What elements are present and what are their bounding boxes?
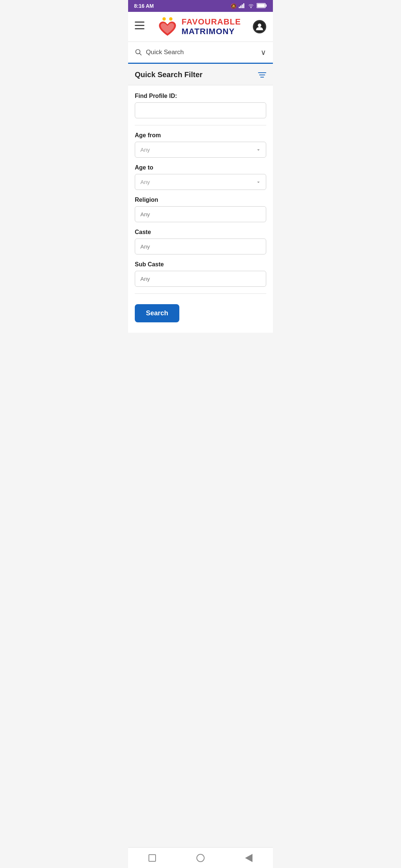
wifi-icon bbox=[248, 3, 254, 9]
status-time: 8:16 AM bbox=[134, 3, 154, 9]
logo: FAVOURABLE MATRIMONY bbox=[156, 16, 241, 38]
svg-point-11 bbox=[169, 17, 173, 21]
religion-label: Religion bbox=[135, 197, 266, 203]
sub-caste-input[interactable] bbox=[135, 271, 266, 287]
religion-group: Religion bbox=[135, 197, 266, 222]
battery-icon bbox=[257, 3, 267, 9]
mute-icon: 🔕 bbox=[231, 3, 237, 9]
profile-id-group: Find Profile ID: bbox=[135, 93, 266, 118]
filter-title: Quick Search Filter bbox=[135, 70, 202, 79]
age-to-label: Age to bbox=[135, 164, 266, 171]
profile-id-label: Find Profile ID: bbox=[135, 93, 266, 99]
filter-line-2 bbox=[259, 75, 265, 75]
signal-icon bbox=[239, 3, 245, 9]
svg-rect-9 bbox=[135, 28, 144, 29]
svg-rect-6 bbox=[266, 4, 267, 7]
chevron-down-icon: ∨ bbox=[261, 48, 266, 57]
svg-rect-0 bbox=[239, 7, 240, 8]
filter-icon[interactable] bbox=[258, 72, 266, 78]
svg-line-15 bbox=[140, 53, 141, 55]
age-to-group: Age to Any 25 30 35 40 45 50 55 60 bbox=[135, 164, 266, 190]
svg-point-13 bbox=[258, 24, 261, 27]
logo-line2: MATRIMONY bbox=[182, 27, 241, 36]
age-from-select[interactable]: Any 18 19 20 21 22 25 30 35 40 45 bbox=[135, 142, 266, 158]
religion-input[interactable] bbox=[135, 206, 266, 222]
logo-image bbox=[156, 16, 179, 38]
caste-input[interactable] bbox=[135, 239, 266, 254]
logo-text: FAVOURABLE MATRIMONY bbox=[182, 17, 241, 36]
svg-rect-7 bbox=[135, 22, 144, 23]
profile-button[interactable] bbox=[253, 20, 266, 33]
svg-rect-8 bbox=[135, 25, 144, 26]
svg-rect-3 bbox=[243, 3, 244, 8]
profile-id-input[interactable] bbox=[135, 102, 266, 118]
divider-1 bbox=[135, 125, 266, 125]
divider-2 bbox=[135, 293, 266, 294]
menu-button[interactable] bbox=[135, 22, 144, 32]
search-button[interactable]: Search bbox=[135, 304, 179, 322]
svg-rect-5 bbox=[257, 4, 265, 7]
svg-point-10 bbox=[163, 17, 166, 21]
search-icon bbox=[135, 49, 142, 56]
logo-line1: FAVOURABLE bbox=[182, 17, 241, 27]
caste-label: Caste bbox=[135, 229, 266, 236]
filter-line-3 bbox=[260, 77, 264, 78]
filter-line-1 bbox=[258, 72, 266, 73]
filter-section: Quick Search Filter Find Profile ID: Age… bbox=[128, 65, 273, 333]
filter-header: Quick Search Filter bbox=[128, 65, 273, 85]
svg-rect-2 bbox=[242, 4, 243, 8]
sub-caste-group: Sub Caste bbox=[135, 261, 266, 287]
sub-caste-label: Sub Caste bbox=[135, 261, 266, 268]
search-form: Find Profile ID: Age from Any 18 19 20 2… bbox=[128, 85, 273, 333]
age-from-label: Age from bbox=[135, 132, 266, 139]
quick-search-label: Quick Search bbox=[146, 49, 184, 56]
age-to-select[interactable]: Any 25 30 35 40 45 50 55 60 bbox=[135, 174, 266, 190]
quick-search-left: Quick Search bbox=[135, 49, 184, 56]
quick-search-dropdown[interactable]: Quick Search ∨ bbox=[128, 42, 273, 64]
caste-group: Caste bbox=[135, 229, 266, 254]
age-from-group: Age from Any 18 19 20 21 22 25 30 35 40 … bbox=[135, 132, 266, 158]
svg-rect-1 bbox=[240, 6, 241, 8]
app-header: FAVOURABLE MATRIMONY bbox=[128, 12, 273, 42]
status-icons: 🔕 bbox=[231, 3, 267, 9]
status-bar: 8:16 AM 🔕 bbox=[128, 0, 273, 12]
